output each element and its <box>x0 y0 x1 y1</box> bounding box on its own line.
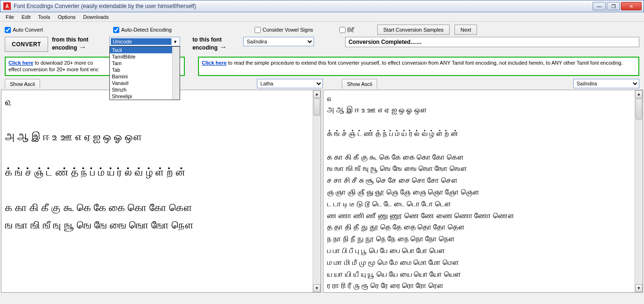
sample-tamil-label: ரிரீ <box>347 26 354 34</box>
menu-edit[interactable]: Edit <box>18 13 34 21</box>
convert-button[interactable]: CONVERT <box>5 37 48 52</box>
maximize-button[interactable]: ❐ <box>607 2 620 10</box>
left-pane: ௳ அ ஆ இ ஈ உ ஊ எ ஏ ஐ ஒ ஓ ஔ க் ங் ச் ஞ் ட்… <box>1 90 321 293</box>
left-font-select[interactable]: Latha <box>257 79 323 88</box>
to-encoding-select[interactable]: SaiIndira <box>243 37 314 46</box>
vowel-signs-check[interactable]: Consider Vowel Signs <box>255 27 335 33</box>
convert-row: CONVERT from this font encoding→ Unicode… <box>0 36 644 56</box>
info-right: Click here to read the simple procedure … <box>198 57 639 76</box>
info-right-link[interactable]: Click here <box>202 60 227 66</box>
status-bar: Conversion Completed…… <box>345 37 639 47</box>
titlebar: A Font Encodings Converter (easily exten… <box>0 0 644 12</box>
dropdown-option[interactable]: Stmzh <box>110 86 180 93</box>
close-button[interactable]: ✕ <box>621 2 642 10</box>
scroll-thumb[interactable] <box>636 99 642 119</box>
menu-downloads[interactable]: Downloads <box>79 13 112 21</box>
dropdown-option[interactable]: TamilBible <box>110 53 180 60</box>
right-scrollbar[interactable]: ▲ ▼ <box>635 90 643 292</box>
dropdown-scrollbar[interactable] <box>172 47 180 100</box>
to-label: to this font encoding <box>192 36 222 51</box>
menu-options[interactable]: Options <box>54 13 79 21</box>
dropdown-option[interactable]: Tscii <box>110 47 180 53</box>
show-ascii-left[interactable]: Show Ascii <box>5 79 40 89</box>
info-right-text: to read the simple procedure to extend t… <box>227 60 623 66</box>
mid-row: Show Ascii Latha Show Ascii SaiIndira <box>0 78 644 90</box>
left-text-area[interactable]: ௳ அ ஆ இ ஈ உ ஊ எ ஏ ஐ ஒ ஓ ஔ க் ங் ச் ஞ் ட்… <box>1 90 313 292</box>
info-left-text2: effect conversion for 20+ more font enc <box>8 67 99 72</box>
start-samples-button[interactable]: Start Conversion Samples <box>377 25 450 35</box>
menu-tools[interactable]: Tools <box>34 13 54 21</box>
vowel-signs-label: Consider Vowel Signs <box>263 27 313 33</box>
dropdown-option[interactable]: Shreelipi <box>110 93 180 100</box>
left-scrollbar[interactable]: ▲ ▼ <box>313 90 321 292</box>
right-pane: ௳ அ ஆ இ ஈ உ ஊ எ ஏ ஐ ஒ ஓ ஔ க் ங் ச் ஞ் ட்… <box>323 90 643 293</box>
dropdown-option[interactable]: Tam <box>110 60 180 67</box>
arrow-icon: → <box>218 43 229 51</box>
chevron-down-icon: ▾ <box>171 39 179 45</box>
window-title: Font Encodings Converter (easily extenda… <box>14 3 593 9</box>
right-font-select[interactable]: SaiIndira <box>573 79 639 88</box>
auto-detect-check[interactable]: Auto-Detect Encoding <box>113 27 250 33</box>
dropdown-option[interactable]: Tab <box>110 67 180 73</box>
dropdown-option[interactable]: Bamini <box>110 73 180 80</box>
show-ascii-right[interactable]: Show Ascii <box>342 79 377 89</box>
auto-detect-label: Auto-Detect Encoding <box>121 27 172 33</box>
scroll-down-icon[interactable]: ▼ <box>635 284 643 292</box>
auto-convert-label: Auto Convert <box>13 27 43 33</box>
scroll-down-icon[interactable]: ▼ <box>313 284 321 292</box>
info-left-link[interactable]: Click here <box>8 60 33 66</box>
arrow-icon: → <box>77 43 89 51</box>
panes: ௳ அ ஆ இ ஈ உ ஊ எ ஏ ஐ ஒ ஓ ஔ க் ங் ச் ஞ் ட்… <box>0 90 644 293</box>
scroll-up-icon[interactable]: ▲ <box>635 90 643 98</box>
dropdown-option[interactable]: Vanavil <box>110 80 180 86</box>
from-encoding-select[interactable]: Unicode ▾ Tscii TamilBible Tam Tab Bamin… <box>109 37 180 46</box>
menu-file[interactable]: File <box>2 13 18 21</box>
checkbox-row: Auto Convert Auto-Detect Encoding Consid… <box>0 22 644 36</box>
info-left-text1: to download 20+ more co <box>33 60 93 66</box>
next-button[interactable]: Next <box>454 25 478 35</box>
app-icon: A <box>3 2 11 10</box>
menubar: File Edit Tools Options Downloads <box>0 12 644 22</box>
from-encoding-value: Unicode <box>111 38 171 45</box>
scroll-up-icon[interactable]: ▲ <box>313 90 321 98</box>
sample-tamil-check[interactable]: ரிரீ <box>339 26 372 34</box>
from-encoding-dropdown: Tscii TamilBible Tam Tab Bamini Vanavil … <box>109 46 180 100</box>
info-row: Click here to download 20+ more co effec… <box>0 56 644 78</box>
window-buttons: — ❐ ✕ <box>593 2 642 10</box>
scroll-thumb[interactable] <box>314 99 320 116</box>
right-text-area[interactable]: ௳ அ ஆ இ ஈ உ ஊ எ ஏ ஐ ஒ ஓ ஔ க் ங் ச் ஞ் ட்… <box>323 90 635 292</box>
minimize-button[interactable]: — <box>593 2 606 10</box>
auto-convert-check[interactable]: Auto Convert <box>5 27 108 33</box>
